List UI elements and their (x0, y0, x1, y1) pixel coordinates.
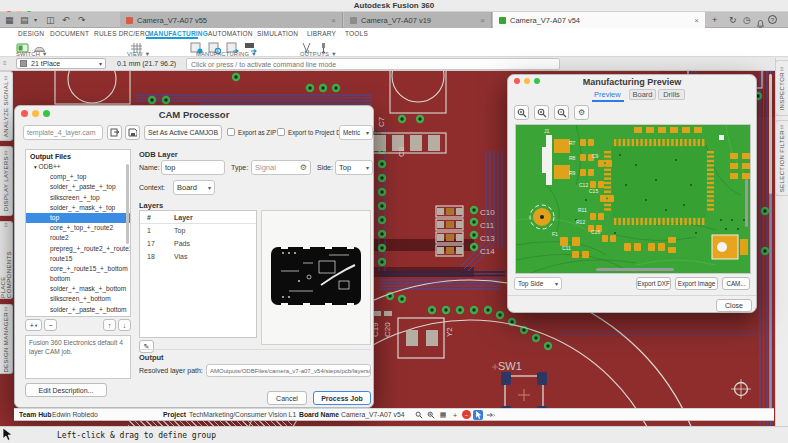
menu-manufacturing[interactable]: MANUFACTURING (148, 30, 208, 37)
preview-horizontal-scrollbar[interactable] (596, 268, 674, 271)
tab-drills[interactable]: Drills (658, 89, 685, 100)
export-dir-checkbox[interactable] (277, 128, 285, 136)
tab-preview[interactable]: Preview (594, 90, 621, 99)
zoom-select-icon[interactable] (426, 410, 436, 420)
job-description-box[interactable]: Fusion 360 Electronics default 4 layer C… (25, 335, 131, 379)
zoom-out-button[interactable] (554, 105, 569, 120)
file-menu-icon[interactable]: ▤ (20, 12, 29, 28)
tab-board[interactable]: Board (629, 89, 656, 100)
sync-icon[interactable]: ↻ (729, 12, 737, 28)
route-walkthrough-icon[interactable] (485, 410, 495, 420)
layers-table-row[interactable]: 17 Pads (140, 237, 256, 250)
undo-icon[interactable]: ↶ (62, 12, 70, 28)
load-camjob-button[interactable] (107, 125, 122, 140)
tab-camera-v19[interactable]: Camera_V7-A07 v19 × (344, 12, 492, 28)
menu-automation[interactable]: AUTOMATION (208, 30, 253, 37)
move-up-button[interactable]: ↑ (103, 319, 116, 331)
select-cursor-icon[interactable] (473, 410, 483, 420)
zoom-in-button[interactable] (534, 105, 549, 120)
redo-icon[interactable]: ↷ (78, 12, 86, 28)
dock-tab-place-components[interactable]: ≡ PLACE COMPONENTS (0, 221, 13, 299)
help-icon[interactable]: ? (768, 15, 777, 24)
tree-item[interactable]: route2 (26, 233, 130, 243)
board-preview-viewport[interactable]: J1 R7 R8 R9 C9 C12 C15 R11 R12 C16 F1 C1… (515, 124, 751, 274)
menu-design[interactable]: DESIGN (18, 30, 44, 37)
menu-rules[interactable]: RULES DRC/ERC (94, 30, 150, 37)
cam-file-field[interactable]: template_4_layer.cam (23, 125, 103, 140)
tree-item[interactable]: solder_+_paste_+_bottom (26, 305, 130, 315)
job-status-icon[interactable]: ◷ (743, 12, 751, 28)
preview-settings-gear-button[interactable]: ⚙ (574, 105, 589, 120)
grid-icon[interactable]: ▦ (438, 410, 448, 420)
zoom-fit-icon[interactable] (414, 410, 424, 420)
close-button[interactable]: Close (716, 299, 752, 312)
tab-camera-v54[interactable]: Camera_V7-A07 v54 × (493, 12, 705, 28)
tree-item[interactable]: core_+_top_+_route2 (26, 223, 130, 233)
layer-type-field[interactable]: Signal ⚙ (251, 160, 311, 175)
side-select[interactable]: Top ▾ (335, 160, 373, 175)
stop-icon[interactable]: − (462, 410, 471, 419)
dock-tab-analyze-signal[interactable]: ≡ ANALYZE SIGNAL (0, 71, 13, 141)
layer-select[interactable]: 21 tPlace ▾ (16, 58, 106, 69)
dock-tab-selection-filter[interactable]: ≡ SELECTION FILTER (775, 120, 788, 196)
dock-tab-display-layers[interactable]: ≡ DISPLAY LAYERS (0, 146, 13, 216)
data-panel-icon[interactable]: ▦ (5, 12, 14, 28)
export-zip-checkbox[interactable] (227, 128, 235, 136)
disclosure-triangle-icon[interactable]: ▾ (34, 164, 37, 170)
save-icon[interactable]: ◫ (46, 12, 55, 28)
tree-item[interactable]: solder_+_paste_+_top (26, 182, 130, 192)
layer-name-field[interactable]: top (161, 160, 225, 175)
panel-titlebar[interactable]: Manufacturing Preview (508, 75, 756, 88)
edit-layers-pencil-button[interactable]: ✎ (139, 340, 154, 353)
move-down-button[interactable]: ↓ (118, 319, 131, 331)
command-line-input[interactable] (186, 58, 560, 70)
close-tab-icon[interactable]: × (480, 16, 485, 25)
menu-library[interactable]: LIBRARY (307, 30, 336, 37)
tree-item[interactable]: route15 (26, 254, 130, 264)
panel-grip-icon[interactable]: ≡ (3, 60, 7, 66)
dock-tab-inspector[interactable]: ≡ INSPECTOR (775, 60, 788, 116)
tree-item[interactable]: comp_+_top (26, 172, 130, 182)
gear-icon[interactable]: ⚙ (300, 163, 307, 172)
tree-item[interactable]: core_+_route15_+_bottom (26, 264, 130, 274)
canvas-vertical-scrollbar[interactable] (769, 74, 772, 410)
tree-item[interactable]: comp_+_bot (26, 315, 130, 317)
set-active-camjob-button[interactable]: Set As Active CAMJOB (144, 125, 222, 140)
tree-item-selected[interactable]: top (26, 213, 130, 223)
tree-item[interactable]: silkscreen_+_top (26, 193, 130, 203)
dialog-titlebar[interactable]: CAM Processor (15, 106, 373, 121)
remove-output-button[interactable]: − (44, 319, 57, 331)
zoom-fit-button[interactable] (514, 105, 529, 120)
cancel-button[interactable]: Cancel (267, 391, 307, 405)
save-camjob-button[interactable] (125, 125, 140, 140)
layers-table-row[interactable]: 1 Top (140, 224, 256, 237)
tree-item[interactable]: prepreg_+_route2_+_route15 (26, 244, 130, 254)
add-output-button[interactable]: +▾ (25, 319, 42, 331)
preview-vertical-scrollbar[interactable] (745, 179, 748, 227)
menu-simulation[interactable]: SIMULATION (257, 30, 298, 37)
dock-tab-design-manager[interactable]: ≡ DESIGN MANAGER (0, 304, 13, 374)
new-tab-icon[interactable]: + (712, 12, 717, 28)
tree-item[interactable]: solder_+_mask_+_bottom (26, 284, 130, 294)
cam-button[interactable]: CAM... (722, 277, 750, 290)
process-job-button[interactable]: Process Job (313, 391, 371, 405)
resolved-path-field[interactable]: AMOutputs/ODBFiles/camera_v7-a07_v54/ste… (206, 364, 371, 377)
export-image-button[interactable]: Export Image (675, 277, 718, 290)
edit-description-button[interactable]: Edit Description... (25, 383, 107, 397)
export-dxf-button[interactable]: Export DXF (636, 277, 671, 290)
menu-tools[interactable]: TOOLS (345, 30, 368, 37)
tree-item[interactable]: silkscreen_+_bottom (26, 294, 130, 304)
close-tab-icon[interactable]: × (331, 16, 336, 25)
menu-document[interactable]: DOCUMENT (50, 30, 89, 37)
tree-item[interactable]: bottom (26, 274, 130, 284)
file-menu-caret-icon[interactable]: ▾ (34, 12, 37, 28)
units-select[interactable]: Metric ▾ (339, 125, 373, 140)
tree-scrollbar[interactable] (126, 164, 129, 244)
side-view-select[interactable]: Top Side ▾ (514, 277, 562, 290)
tree-root-odb[interactable]: ▾ ODB++ (26, 162, 130, 172)
context-select[interactable]: Board ▾ (173, 180, 215, 195)
tab-camera-v55[interactable]: Camera_V7-A07 v55 × (120, 12, 343, 28)
add-icon[interactable]: + (450, 410, 460, 420)
tree-item[interactable]: solder_+_mask_+_top (26, 203, 130, 213)
layers-table-row[interactable]: 18 Vias (140, 250, 256, 263)
